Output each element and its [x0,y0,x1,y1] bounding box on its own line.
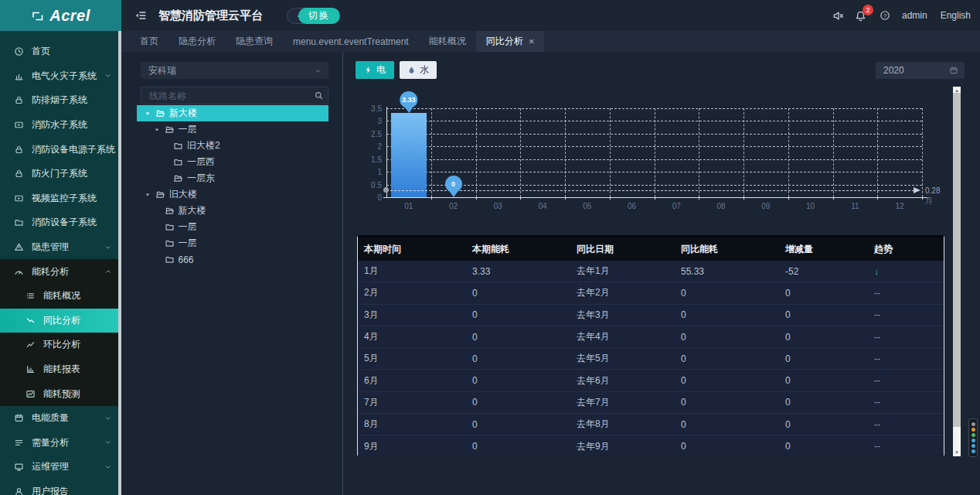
scrollbar-thumb[interactable] [953,93,961,427]
chevron-down-icon [104,463,112,471]
table-cell: 0 [779,435,868,456]
sidebar-item[interactable]: 能耗分析 [0,259,121,284]
tree-node[interactable]: 一层 [137,235,328,251]
table-cell: -- [868,282,944,303]
tree-node[interactable]: 旧大楼 [137,186,328,203]
gauge-icon [14,267,24,277]
gridline-v [877,108,878,197]
table-row[interactable]: 6月0去年6月00-- [358,370,944,391]
sidebar-item[interactable]: 电能质量 [0,406,121,431]
table-row[interactable]: 1月3.33去年1月55.33-52↓ [358,261,944,282]
table-row[interactable]: 4月0去年4月00-- [358,326,944,348]
tab-item[interactable]: 同比分析× [476,31,545,52]
sidebar-scrollbar[interactable] [118,31,121,495]
folder-closed-icon [173,141,183,151]
notification-count-badge: 2 [863,5,873,15]
notifications-bell-icon[interactable]: 2 [855,10,866,22]
sidebar-item[interactable]: 需量分析 [0,431,121,456]
gridline-v [565,108,566,197]
sidebar-subitem[interactable]: 能耗概况 [0,284,121,309]
tab-item[interactable]: 隐患分析 [168,31,226,52]
bar-01 [391,113,427,197]
table-row[interactable]: 9月0去年9月00-- [358,435,944,456]
chevron-down-icon [104,72,112,80]
sidebar-subitem[interactable]: 同比分析 [0,309,121,333]
y-axis-line [386,107,387,197]
floating-widget[interactable] [968,418,978,457]
markline-label: 0.28 [925,186,940,195]
brand-logo[interactable]: Acrel [0,0,121,31]
x-axis-tick-label: 02 [438,202,469,210]
caret-down-icon[interactable] [144,191,151,199]
table-cell: 去年8月 [570,414,675,435]
chevron-down-icon [104,415,112,422]
tab-item[interactable]: 能耗概况 [419,31,476,52]
switch-button[interactable]: 切换 [298,8,340,24]
tree-node[interactable]: 新大楼 [137,203,328,219]
table-cell: 0 [466,392,570,413]
language-switch[interactable]: English [941,10,971,21]
sidebar-item[interactable]: 视频监控子系统 [0,186,121,211]
org-dropdown[interactable]: 安科瑞 [141,62,328,79]
tree-node[interactable]: 旧大楼2 [137,138,328,154]
sidebar-item[interactable]: 消防水子系统 [0,113,121,138]
tree-node[interactable]: 666 [137,251,328,268]
tab-close-icon[interactable]: × [529,36,535,46]
tab-item[interactable]: menu.event.eventTreatment [283,31,419,52]
rows-icon [14,438,24,448]
speaker-icon[interactable] [832,10,844,22]
chevron-down-icon [104,72,112,80]
table-cell: 0 [779,392,868,413]
sidebar-subitem[interactable]: 环比分析 [0,333,121,357]
sidebar-item[interactable]: 用户报告 [0,480,121,495]
sidebar-item[interactable]: 消防设备子系统 [0,210,121,235]
tree-node[interactable]: 一层西 [137,154,328,170]
tree-node[interactable]: 一层 [137,219,328,235]
table-row[interactable]: 2月0去年2月00-- [358,282,944,304]
sidebar-item-label: 防火门子系统 [32,167,87,180]
folder-closed-icon [165,222,175,232]
lock-icon [14,145,24,155]
scroll-down-arrow[interactable]: ▼ [953,449,961,456]
water-button[interactable]: 水 [400,61,437,79]
sidebar-item[interactable]: 运维管理 [0,455,121,480]
search-icon[interactable] [309,90,328,101]
line-search-input[interactable] [141,87,309,104]
main-scrollbar[interactable]: ▲ ▼ [953,87,961,456]
sidebar-item[interactable]: 电气火灾子系统 [0,64,121,89]
table-row[interactable]: 8月0去年8月00-- [358,414,944,435]
electric-button[interactable]: 电 [356,61,394,79]
sidebar-item[interactable]: 防火门子系统 [0,162,121,186]
tree-node-label: 新大楼 [179,204,206,217]
sidebar-item-label: 消防设备电源子系统 [32,143,115,156]
x-axis-line [383,197,929,198]
year-picker[interactable]: 2020 [876,62,965,79]
help-icon[interactable]: ? [880,10,890,21]
widget-dot [971,439,975,442]
sidebar-item-label: 隐患管理 [32,241,69,254]
tree-node[interactable]: 一层东 [137,170,328,186]
sidebar-item[interactable]: 隐患管理 [0,235,121,260]
table-row[interactable]: 7月0去年7月00-- [358,392,944,414]
sidebar-collapse-icon[interactable] [134,9,147,22]
tab-item[interactable]: 首页 [130,31,168,52]
sidebar-item[interactable]: 消防设备电源子系统 [0,137,121,162]
table-row[interactable]: 5月0去年5月00-- [358,348,944,370]
tree-node[interactable]: 新大楼 [137,105,328,121]
user-menu[interactable]: admin [902,10,927,21]
sidebar-subitem[interactable]: 能耗报表 [0,357,121,382]
caret-down-icon[interactable] [144,110,151,118]
video-icon [14,193,24,203]
table-cell: -- [868,435,944,456]
caret-down-icon[interactable] [153,126,161,134]
table-cell: 4月 [358,326,466,347]
table-cell: -- [868,414,944,435]
sidebar-item[interactable]: 防排烟子系统 [0,88,121,113]
folder-closed-icon [165,254,175,265]
tree-node[interactable]: 一层 [137,121,328,138]
sidebar-subitem[interactable]: 能耗预测 [0,381,121,406]
video-icon [14,120,24,130]
table-row[interactable]: 3月0去年3月00-- [358,305,944,326]
sidebar-item[interactable]: 首页 [0,39,121,64]
tab-item[interactable]: 隐患查询 [226,31,283,52]
